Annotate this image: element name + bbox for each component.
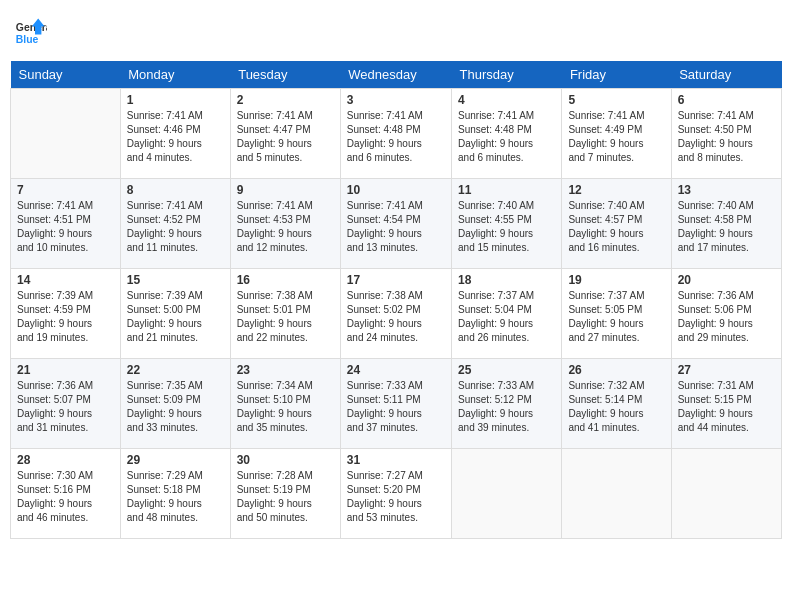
day-number: 2 [237, 93, 334, 107]
day-number: 1 [127, 93, 224, 107]
day-info: Sunrise: 7:34 AMSunset: 5:10 PMDaylight:… [237, 379, 334, 435]
day-info: Sunrise: 7:41 AMSunset: 4:47 PMDaylight:… [237, 109, 334, 165]
day-info: Sunrise: 7:28 AMSunset: 5:19 PMDaylight:… [237, 469, 334, 525]
day-info: Sunrise: 7:29 AMSunset: 5:18 PMDaylight:… [127, 469, 224, 525]
calendar-cell: 3Sunrise: 7:41 AMSunset: 4:48 PMDaylight… [340, 89, 451, 179]
logo: General Blue [15, 15, 47, 51]
day-number: 27 [678, 363, 775, 377]
calendar-cell: 29Sunrise: 7:29 AMSunset: 5:18 PMDayligh… [120, 449, 230, 539]
day-info: Sunrise: 7:37 AMSunset: 5:05 PMDaylight:… [568, 289, 664, 345]
calendar-cell: 31Sunrise: 7:27 AMSunset: 5:20 PMDayligh… [340, 449, 451, 539]
calendar-cell: 21Sunrise: 7:36 AMSunset: 5:07 PMDayligh… [11, 359, 121, 449]
day-number: 14 [17, 273, 114, 287]
day-number: 22 [127, 363, 224, 377]
day-info: Sunrise: 7:41 AMSunset: 4:49 PMDaylight:… [568, 109, 664, 165]
day-header-thursday: Thursday [452, 61, 562, 89]
calendar-cell: 13Sunrise: 7:40 AMSunset: 4:58 PMDayligh… [671, 179, 781, 269]
calendar-cell: 17Sunrise: 7:38 AMSunset: 5:02 PMDayligh… [340, 269, 451, 359]
calendar-cell: 25Sunrise: 7:33 AMSunset: 5:12 PMDayligh… [452, 359, 562, 449]
calendar-cell: 23Sunrise: 7:34 AMSunset: 5:10 PMDayligh… [230, 359, 340, 449]
day-info: Sunrise: 7:40 AMSunset: 4:58 PMDaylight:… [678, 199, 775, 255]
calendar-cell: 1Sunrise: 7:41 AMSunset: 4:46 PMDaylight… [120, 89, 230, 179]
day-number: 9 [237, 183, 334, 197]
day-info: Sunrise: 7:41 AMSunset: 4:50 PMDaylight:… [678, 109, 775, 165]
day-number: 5 [568, 93, 664, 107]
day-info: Sunrise: 7:27 AMSunset: 5:20 PMDaylight:… [347, 469, 445, 525]
calendar-cell: 5Sunrise: 7:41 AMSunset: 4:49 PMDaylight… [562, 89, 671, 179]
day-number: 29 [127, 453, 224, 467]
day-number: 17 [347, 273, 445, 287]
day-info: Sunrise: 7:31 AMSunset: 5:15 PMDaylight:… [678, 379, 775, 435]
day-number: 6 [678, 93, 775, 107]
day-number: 20 [678, 273, 775, 287]
day-info: Sunrise: 7:39 AMSunset: 4:59 PMDaylight:… [17, 289, 114, 345]
svg-text:Blue: Blue [16, 34, 39, 45]
day-info: Sunrise: 7:38 AMSunset: 5:02 PMDaylight:… [347, 289, 445, 345]
calendar-cell [671, 449, 781, 539]
day-info: Sunrise: 7:36 AMSunset: 5:06 PMDaylight:… [678, 289, 775, 345]
day-info: Sunrise: 7:41 AMSunset: 4:48 PMDaylight:… [347, 109, 445, 165]
day-number: 7 [17, 183, 114, 197]
calendar-cell [11, 89, 121, 179]
day-header-sunday: Sunday [11, 61, 121, 89]
day-number: 21 [17, 363, 114, 377]
day-number: 3 [347, 93, 445, 107]
week-row-4: 21Sunrise: 7:36 AMSunset: 5:07 PMDayligh… [11, 359, 782, 449]
calendar-cell [562, 449, 671, 539]
calendar-cell: 30Sunrise: 7:28 AMSunset: 5:19 PMDayligh… [230, 449, 340, 539]
day-number: 16 [237, 273, 334, 287]
day-info: Sunrise: 7:39 AMSunset: 5:00 PMDaylight:… [127, 289, 224, 345]
day-number: 18 [458, 273, 555, 287]
day-info: Sunrise: 7:36 AMSunset: 5:07 PMDaylight:… [17, 379, 114, 435]
day-info: Sunrise: 7:41 AMSunset: 4:53 PMDaylight:… [237, 199, 334, 255]
day-header-wednesday: Wednesday [340, 61, 451, 89]
calendar-cell: 20Sunrise: 7:36 AMSunset: 5:06 PMDayligh… [671, 269, 781, 359]
calendar-cell: 16Sunrise: 7:38 AMSunset: 5:01 PMDayligh… [230, 269, 340, 359]
day-number: 11 [458, 183, 555, 197]
calendar-cell: 6Sunrise: 7:41 AMSunset: 4:50 PMDaylight… [671, 89, 781, 179]
calendar-cell: 11Sunrise: 7:40 AMSunset: 4:55 PMDayligh… [452, 179, 562, 269]
day-info: Sunrise: 7:40 AMSunset: 4:57 PMDaylight:… [568, 199, 664, 255]
day-info: Sunrise: 7:40 AMSunset: 4:55 PMDaylight:… [458, 199, 555, 255]
day-number: 25 [458, 363, 555, 377]
day-info: Sunrise: 7:38 AMSunset: 5:01 PMDaylight:… [237, 289, 334, 345]
day-number: 19 [568, 273, 664, 287]
calendar-cell: 14Sunrise: 7:39 AMSunset: 4:59 PMDayligh… [11, 269, 121, 359]
day-number: 26 [568, 363, 664, 377]
week-row-1: 1Sunrise: 7:41 AMSunset: 4:46 PMDaylight… [11, 89, 782, 179]
day-header-friday: Friday [562, 61, 671, 89]
day-number: 15 [127, 273, 224, 287]
calendar-cell: 2Sunrise: 7:41 AMSunset: 4:47 PMDaylight… [230, 89, 340, 179]
day-number: 28 [17, 453, 114, 467]
calendar-cell: 15Sunrise: 7:39 AMSunset: 5:00 PMDayligh… [120, 269, 230, 359]
calendar-cell: 9Sunrise: 7:41 AMSunset: 4:53 PMDaylight… [230, 179, 340, 269]
calendar-cell: 19Sunrise: 7:37 AMSunset: 5:05 PMDayligh… [562, 269, 671, 359]
calendar-cell: 22Sunrise: 7:35 AMSunset: 5:09 PMDayligh… [120, 359, 230, 449]
day-info: Sunrise: 7:41 AMSunset: 4:51 PMDaylight:… [17, 199, 114, 255]
calendar-cell: 4Sunrise: 7:41 AMSunset: 4:48 PMDaylight… [452, 89, 562, 179]
calendar-cell: 18Sunrise: 7:37 AMSunset: 5:04 PMDayligh… [452, 269, 562, 359]
svg-text:General: General [16, 22, 47, 33]
calendar-cell: 12Sunrise: 7:40 AMSunset: 4:57 PMDayligh… [562, 179, 671, 269]
calendar-cell: 24Sunrise: 7:33 AMSunset: 5:11 PMDayligh… [340, 359, 451, 449]
day-info: Sunrise: 7:41 AMSunset: 4:46 PMDaylight:… [127, 109, 224, 165]
day-info: Sunrise: 7:35 AMSunset: 5:09 PMDaylight:… [127, 379, 224, 435]
day-number: 30 [237, 453, 334, 467]
day-info: Sunrise: 7:30 AMSunset: 5:16 PMDaylight:… [17, 469, 114, 525]
day-header-monday: Monday [120, 61, 230, 89]
week-row-3: 14Sunrise: 7:39 AMSunset: 4:59 PMDayligh… [11, 269, 782, 359]
logo-svg: General Blue [15, 15, 47, 51]
day-number: 24 [347, 363, 445, 377]
day-header-saturday: Saturday [671, 61, 781, 89]
day-info: Sunrise: 7:37 AMSunset: 5:04 PMDaylight:… [458, 289, 555, 345]
day-number: 4 [458, 93, 555, 107]
day-number: 13 [678, 183, 775, 197]
day-info: Sunrise: 7:41 AMSunset: 4:52 PMDaylight:… [127, 199, 224, 255]
day-number: 31 [347, 453, 445, 467]
calendar-cell: 10Sunrise: 7:41 AMSunset: 4:54 PMDayligh… [340, 179, 451, 269]
week-row-2: 7Sunrise: 7:41 AMSunset: 4:51 PMDaylight… [11, 179, 782, 269]
day-info: Sunrise: 7:41 AMSunset: 4:48 PMDaylight:… [458, 109, 555, 165]
header: General Blue [10, 10, 782, 51]
day-number: 10 [347, 183, 445, 197]
day-info: Sunrise: 7:33 AMSunset: 5:11 PMDaylight:… [347, 379, 445, 435]
